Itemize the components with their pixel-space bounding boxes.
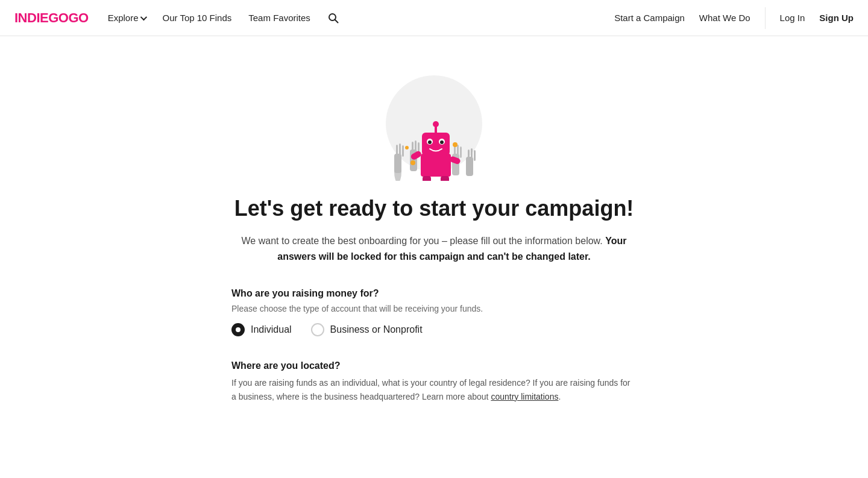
nav-right: Start a Campaign What We Do Log In Sign …	[614, 7, 854, 29]
question-2: Where are you located?	[231, 360, 637, 371]
form-section-2: Where are you located? If you are raisin…	[231, 360, 637, 403]
svg-rect-28	[421, 154, 451, 177]
navbar: INDIEGOGO Explore Our Top 10 Finds Team …	[0, 0, 868, 36]
nav-start-campaign[interactable]: Start a Campaign	[614, 13, 685, 23]
nav-explore[interactable]: Explore	[108, 13, 146, 23]
svg-point-40	[410, 160, 415, 165]
svg-rect-29	[422, 133, 450, 156]
svg-rect-10	[415, 140, 417, 154]
question-1: Who are you raising money for?	[231, 288, 637, 299]
svg-point-35	[433, 121, 439, 127]
nav-login[interactable]: Log In	[780, 13, 805, 23]
radio-group-account-type: Individual Business or Nonprofit	[231, 323, 637, 336]
country-limitations-link[interactable]: country limitations	[491, 392, 558, 401]
svg-rect-4	[394, 154, 401, 173]
nav-divider	[765, 7, 766, 29]
nav-favorites[interactable]: Team Favorites	[248, 13, 310, 23]
svg-rect-5	[396, 145, 398, 157]
svg-point-42	[405, 146, 409, 149]
radio-business[interactable]: Business or Nonprofit	[311, 323, 423, 336]
page-subtext: We want to create the best onboarding fo…	[235, 233, 633, 264]
svg-point-33	[440, 140, 444, 144]
svg-line-1	[335, 19, 338, 22]
nav-left: Explore Our Top 10 Finds Team Favorites	[108, 12, 615, 24]
svg-rect-23	[460, 146, 462, 158]
chevron-down-icon	[140, 13, 147, 20]
svg-rect-9	[412, 142, 414, 154]
svg-rect-39	[441, 176, 449, 181]
question-1-desc: Please choose the type of account that w…	[231, 304, 637, 313]
main-content: Let's get ready to start your campaign! …	[217, 36, 651, 451]
radio-circle-individual	[231, 323, 245, 336]
svg-rect-7	[402, 145, 404, 157]
form-section-1: Who are you raising money for? Please ch…	[231, 288, 637, 360]
svg-rect-25	[468, 149, 470, 160]
question-2-desc: If you are raising funds as an individua…	[231, 376, 637, 403]
page-heading: Let's get ready to start your campaign!	[234, 195, 634, 221]
svg-point-41	[453, 142, 458, 147]
nav-top10[interactable]: Our Top 10 Finds	[162, 13, 231, 23]
svg-rect-6	[399, 143, 401, 157]
svg-rect-21	[454, 146, 456, 158]
svg-point-32	[428, 140, 432, 144]
radio-circle-business	[311, 323, 324, 336]
search-icon[interactable]	[327, 12, 339, 24]
svg-rect-27	[474, 150, 476, 161]
nav-what-we-do[interactable]: What We Do	[699, 13, 750, 23]
svg-rect-22	[457, 145, 459, 158]
svg-rect-26	[471, 148, 473, 160]
nav-signup[interactable]: Sign Up	[819, 13, 854, 23]
svg-rect-38	[423, 176, 431, 181]
radio-individual[interactable]: Individual	[231, 323, 292, 336]
hero-illustration	[350, 60, 518, 181]
logo[interactable]: INDIEGOGO	[14, 10, 89, 26]
